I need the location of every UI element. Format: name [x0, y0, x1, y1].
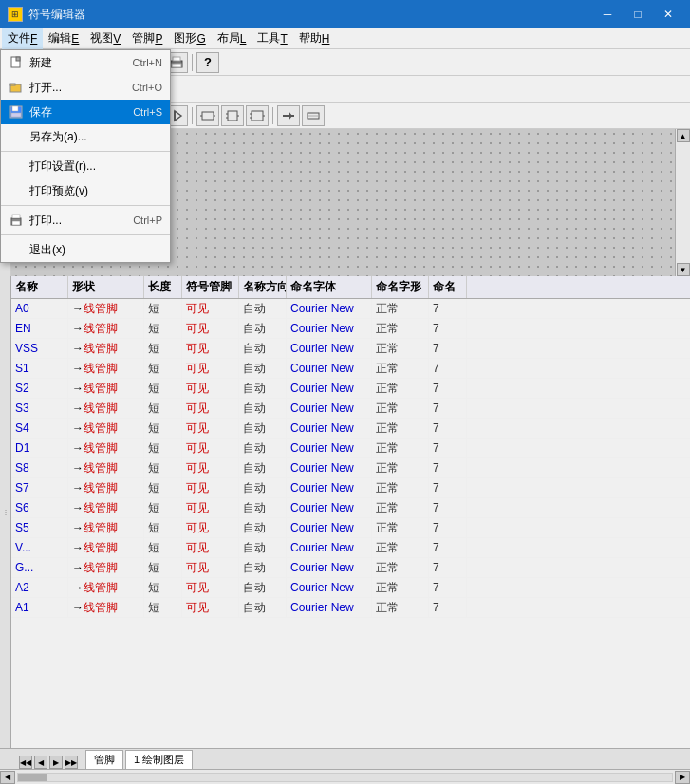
cell-shape: → 线管脚	[68, 458, 144, 477]
cell-pin: 可见	[182, 558, 239, 577]
vscroll-up-btn[interactable]: ▲	[677, 129, 690, 142]
menu-help[interactable]: 帮助H	[293, 28, 336, 49]
cell-length: 短	[144, 379, 182, 398]
menu-divider-1	[1, 151, 170, 152]
table-row[interactable]: S8 → 线管脚 短 可见 自动 Courier New 正常 7	[11, 458, 690, 478]
toolbar3-sym3-button[interactable]	[246, 105, 269, 126]
cell-font: Courier New	[287, 518, 372, 537]
table-row[interactable]: A1 → 线管脚 短 可见 自动 Courier New 正常 7	[11, 598, 690, 618]
cell-dir: 自动	[239, 558, 287, 577]
table-row[interactable]: A2 → 线管脚 短 可见 自动 Courier New 正常 7	[11, 578, 690, 598]
cell-name: A1	[11, 598, 68, 617]
cell-fontshape: 正常	[372, 339, 429, 358]
cell-font: Courier New	[287, 319, 372, 338]
canvas-vscrollbar[interactable]: ▲ ▼	[675, 129, 690, 276]
app-icon: ⊞	[8, 7, 23, 22]
cell-fontshape: 正常	[372, 498, 429, 517]
svg-rect-6	[11, 113, 21, 117]
table-row[interactable]: S4 → 线管脚 短 可见 自动 Courier New 正常 7	[11, 419, 690, 439]
menu-item-printpreview[interactable]: 打印预览(v)	[1, 178, 170, 203]
menu-item-printsetup[interactable]: 打印设置(r)...	[1, 154, 170, 178]
hscroll-left-btn[interactable]: ◀	[0, 771, 15, 784]
cell-length: 短	[144, 319, 182, 338]
menu-view[interactable]: 视图V	[84, 28, 126, 49]
menu-shape[interactable]: 图形G	[168, 28, 211, 49]
menu-item-save[interactable]: 保存 Ctrl+S	[1, 100, 170, 124]
cell-font: Courier New	[287, 578, 372, 597]
menu-item-print[interactable]: 打印... Ctrl+P	[1, 208, 170, 233]
cell-num: 7	[429, 578, 467, 597]
close-button[interactable]: ✕	[654, 5, 682, 24]
save-icon	[9, 104, 24, 120]
cell-pin: 可见	[182, 399, 239, 418]
table-row[interactable]: S1 → 线管脚 短 可见 自动 Courier New 正常 7	[11, 359, 690, 379]
maximize-button[interactable]: □	[624, 5, 652, 24]
hscroll-track[interactable]	[17, 773, 673, 782]
cell-num: 7	[429, 458, 467, 477]
toolbar3-bus2-button[interactable]	[302, 105, 325, 126]
toolbar3-bus1-button[interactable]	[277, 105, 300, 126]
open-icon	[9, 80, 24, 95]
cell-name: S5	[11, 518, 68, 537]
menu-item-open[interactable]: 打开... Ctrl+O	[1, 75, 170, 100]
cell-pin: 可见	[182, 439, 239, 457]
cell-num: 7	[429, 419, 467, 438]
menu-edit[interactable]: 编辑E	[43, 28, 84, 49]
menu-tools[interactable]: 工具T	[252, 28, 292, 49]
cell-length: 短	[144, 498, 182, 517]
cell-name: S7	[11, 478, 68, 497]
table-row[interactable]: S6 → 线管脚 短 可见 自动 Courier New 正常 7	[11, 498, 690, 518]
tab-nav-next[interactable]: ▶	[49, 756, 63, 769]
table-row[interactable]: D1 → 线管脚 短 可见 自动 Courier New 正常 7	[11, 439, 690, 458]
cell-dir: 自动	[239, 379, 287, 398]
cell-shape: → 线管脚	[68, 339, 144, 358]
menu-item-new[interactable]: 新建 Ctrl+N	[1, 50, 170, 75]
cell-pin: 可见	[182, 478, 239, 497]
cell-fontshape: 正常	[372, 598, 429, 617]
tab-drawlayer[interactable]: 1 绘制图层	[125, 750, 193, 769]
col-header-num: 命名	[429, 276, 467, 298]
cell-name: D1	[11, 439, 68, 457]
vscroll-down-btn[interactable]: ▼	[677, 263, 690, 276]
toolbar-help-button[interactable]: ?	[196, 52, 219, 73]
table-row[interactable]: S5 → 线管脚 短 可见 自动 Courier New 正常 7	[11, 518, 690, 538]
cell-name: EN	[11, 319, 68, 338]
cell-fontshape: 正常	[372, 419, 429, 438]
toolbar3-sym1-button[interactable]	[196, 105, 219, 126]
hscroll-right-btn[interactable]: ▶	[675, 771, 690, 784]
table-row[interactable]: V... → 线管脚 短 可见 自动 Courier New 正常 7	[11, 538, 690, 558]
table-row[interactable]: S2 → 线管脚 短 可见 自动 Courier New 正常 7	[11, 379, 690, 399]
cell-num: 7	[429, 359, 467, 378]
table-row[interactable]: A0 → 线管脚 短 可见 自动 Courier New 正常 7	[11, 299, 690, 319]
exit-icon	[9, 242, 24, 257]
table-row[interactable]: S3 → 线管脚 短 可见 自动 Courier New 正常 7	[11, 399, 690, 419]
cell-dir: 自动	[239, 419, 287, 438]
menu-item-exit[interactable]: 退出(x)	[1, 237, 170, 262]
table-row[interactable]: G... → 线管脚 短 可见 自动 Courier New 正常 7	[11, 558, 690, 578]
hscroll-thumb[interactable]	[18, 774, 47, 781]
table-row[interactable]: S7 → 线管脚 短 可见 自动 Courier New 正常 7	[11, 478, 690, 498]
cell-dir: 自动	[239, 538, 287, 557]
table-row[interactable]: EN → 线管脚 短 可见 自动 Courier New 正常 7	[11, 319, 690, 339]
cell-length: 短	[144, 419, 182, 438]
menu-item-saveas[interactable]: 另存为(a)...	[1, 124, 170, 149]
cell-fontshape: 正常	[372, 299, 429, 318]
tab-nav-last[interactable]: ▶▶	[65, 756, 78, 769]
cell-fontshape: 正常	[372, 578, 429, 597]
menu-bar: 文件F 编辑E 视图V 管脚P 图形G 布局L 工具T 帮助H	[0, 28, 690, 49]
saveas-icon	[9, 129, 24, 144]
table-left-handle[interactable]: ⋮	[0, 276, 11, 748]
cell-pin: 可见	[182, 419, 239, 438]
table-row[interactable]: VSS → 线管脚 短 可见 自动 Courier New 正常 7	[11, 339, 690, 359]
tab-nav-prev[interactable]: ◀	[34, 756, 47, 769]
svg-rect-41	[202, 112, 214, 120]
tab-pin[interactable]: 管脚	[85, 750, 123, 769]
minimize-button[interactable]: ─	[593, 5, 622, 24]
tab-nav-first[interactable]: ◀◀	[19, 756, 32, 769]
menu-layout[interactable]: 布局L	[212, 28, 252, 49]
menu-file[interactable]: 文件F	[2, 28, 43, 49]
menu-pin[interactable]: 管脚P	[126, 28, 168, 49]
cell-fontshape: 正常	[372, 359, 429, 378]
toolbar3-sym2-button[interactable]	[221, 105, 244, 126]
title-bar: ⊞ 符号编辑器 ─ □ ✕	[0, 0, 690, 28]
